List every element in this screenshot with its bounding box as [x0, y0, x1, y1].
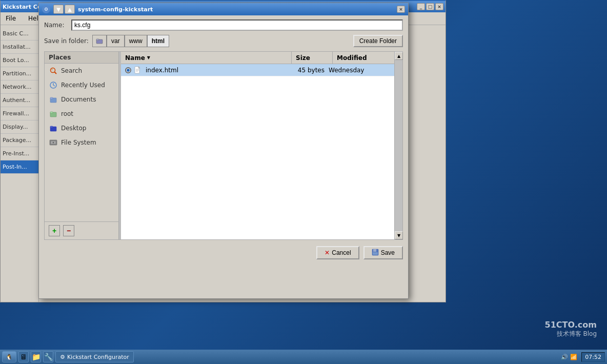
svg-line-3 — [55, 72, 57, 74]
svg-rect-13 — [50, 126, 53, 128]
svg-point-16 — [53, 142, 54, 144]
dialog-title-icon: ⚙ — [42, 5, 50, 13]
dialog-body: Name: Save in folder: var www html Creat… — [39, 15, 408, 266]
file-name: index.html — [146, 67, 288, 74]
svg-rect-1 — [96, 39, 99, 41]
scroll-up-button[interactable]: ▲ — [395, 52, 403, 60]
systray: 🔊 📶 07:52 — [561, 352, 605, 362]
breadcrumb-var[interactable]: var — [107, 35, 125, 47]
places-item-search[interactable]: Search — [45, 64, 118, 78]
start-icon: 🐧 — [6, 354, 13, 360]
folder-icon — [96, 37, 103, 45]
main-win-controls: _ □ × — [417, 3, 443, 10]
places-item-documents[interactable]: Documents — [45, 92, 118, 107]
cancel-button[interactable]: ✕ Cancel — [316, 246, 359, 259]
scroll-track[interactable] — [395, 60, 402, 231]
svg-rect-9 — [50, 97, 53, 99]
svg-rect-11 — [50, 112, 53, 113]
dialog-titlebar: ⚙ ▼ ▲ system-config-kickstart × — [39, 3, 408, 15]
scroll-down-button[interactable]: ▼ — [395, 231, 403, 239]
systray-network-icon: 🔊 — [561, 354, 568, 360]
column-size[interactable]: Size — [292, 52, 333, 64]
sort-arrow: ▼ — [147, 55, 150, 60]
sidebar-item-network[interactable]: Network... — [1, 80, 38, 94]
create-folder-button[interactable]: Create Folder — [353, 35, 403, 47]
places-panel: Places Search — [45, 52, 119, 239]
time-display: 07:52 — [581, 352, 605, 362]
sidebar-item-postinst[interactable]: Post-In... — [1, 160, 38, 174]
file-list-header: Name ▼ Size Modified — [121, 52, 394, 64]
places-remove-button[interactable]: − — [63, 225, 74, 236]
root-icon — [49, 109, 58, 118]
file-row[interactable]: index.html 45 bytes Wednesday — [121, 64, 394, 76]
places-item-filesystem[interactable]: File System — [45, 135, 118, 150]
taskbar-icon3[interactable]: 🔧 — [43, 351, 53, 362]
menu-file[interactable]: File — [3, 14, 19, 23]
save-icon — [372, 249, 379, 257]
svg-rect-23 — [373, 249, 376, 252]
sidebar-item-display[interactable]: Display... — [1, 120, 38, 134]
dialog-win-controls: × — [397, 6, 405, 13]
dialog-close-button[interactable]: × — [397, 6, 405, 13]
places-item-filesystem-label: File System — [61, 139, 96, 146]
places-item-recent[interactable]: Recently Used — [45, 78, 118, 92]
taskbar-icon1[interactable]: 🖥 — [18, 351, 29, 362]
places-item-desktop-label: Desktop — [61, 125, 87, 132]
sidebar: Basic C... Installat... Boot Lo... Parti… — [1, 25, 39, 302]
sidebar-item-packages[interactable]: Package... — [1, 134, 38, 147]
browser-area: Places Search — [44, 51, 403, 240]
places-add-button[interactable]: + — [49, 225, 60, 236]
file-radio — [125, 67, 131, 73]
svg-rect-24 — [373, 252, 378, 255]
svg-point-4 — [51, 69, 53, 70]
column-name[interactable]: Name ▼ — [121, 52, 292, 64]
taskbar-app-item[interactable]: ⚙ Kickstart Configurator — [55, 351, 134, 362]
taskbar-icon2[interactable]: 📁 — [31, 351, 41, 362]
file-modified: Wednesday — [329, 67, 390, 74]
places-header: Places — [45, 52, 118, 64]
filename-input[interactable] — [71, 19, 403, 31]
sidebar-item-partition[interactable]: Partition... — [1, 67, 38, 80]
breadcrumb-html[interactable]: html — [147, 35, 169, 47]
taskbar: 🐧 🖥 📁 🔧 ⚙ Kickstart Configurator 🔊 📶 07:… — [0, 350, 607, 364]
minimize-button[interactable]: _ — [417, 3, 425, 10]
save-button[interactable]: Save — [363, 246, 403, 259]
desktop-icon — [49, 124, 58, 133]
save-dialog: ⚙ ▼ ▲ system-config-kickstart × Name: Sa… — [38, 3, 409, 299]
dialog-icon-glyph: ⚙ — [44, 7, 48, 12]
file-list-scrollbar[interactable]: ▲ ▼ — [394, 52, 402, 239]
sidebar-item-preinst[interactable]: Pre-Inst... — [1, 147, 38, 160]
save-in-label: Save in folder: — [44, 37, 90, 45]
systray-sound-icon: 📶 — [570, 354, 577, 360]
sidebar-item-installation[interactable]: Installat... — [1, 41, 38, 54]
places-item-documents-label: Documents — [61, 96, 96, 103]
close-button[interactable]: × — [435, 3, 443, 10]
search-icon — [49, 66, 58, 75]
watermark-line1: 51CTO.com — [545, 320, 597, 330]
folder-up-button[interactable] — [92, 35, 107, 47]
name-label: Name: — [44, 22, 67, 29]
cancel-icon: ✕ — [325, 249, 330, 256]
nav-up-button[interactable]: ▲ — [65, 5, 75, 14]
places-footer: + − — [45, 221, 118, 239]
watermark: 51CTO.com 技术博客 Blog — [545, 320, 597, 338]
dialog-title: system-config-kickstart — [78, 6, 153, 13]
start-button[interactable]: 🐧 — [2, 351, 16, 362]
sidebar-item-auth[interactable]: Authent... — [1, 94, 38, 107]
watermark-line2: 技术博客 Blog — [545, 330, 597, 338]
dialog-nav-btns: ▼ ▲ — [53, 5, 75, 14]
maximize-button[interactable]: □ — [426, 3, 434, 10]
column-modified[interactable]: Modified — [333, 52, 394, 64]
places-item-recent-label: Recently Used — [61, 82, 105, 89]
sidebar-item-basic[interactable]: Basic C... — [1, 27, 38, 41]
places-item-search-label: Search — [61, 67, 82, 74]
breadcrumb-www[interactable]: www — [125, 35, 147, 47]
taskbar-icon2-glyph: 📁 — [32, 353, 41, 361]
places-item-root[interactable]: root — [45, 107, 118, 121]
places-item-desktop[interactable]: Desktop — [45, 121, 118, 135]
folder-row: Save in folder: var www html Create Fold… — [44, 35, 403, 47]
nav-down-button[interactable]: ▼ — [53, 5, 64, 14]
sidebar-item-firewall[interactable]: Firewall... — [1, 107, 38, 120]
systray-icons: 🔊 📶 — [561, 354, 577, 360]
sidebar-item-bootloader[interactable]: Boot Lo... — [1, 54, 38, 67]
